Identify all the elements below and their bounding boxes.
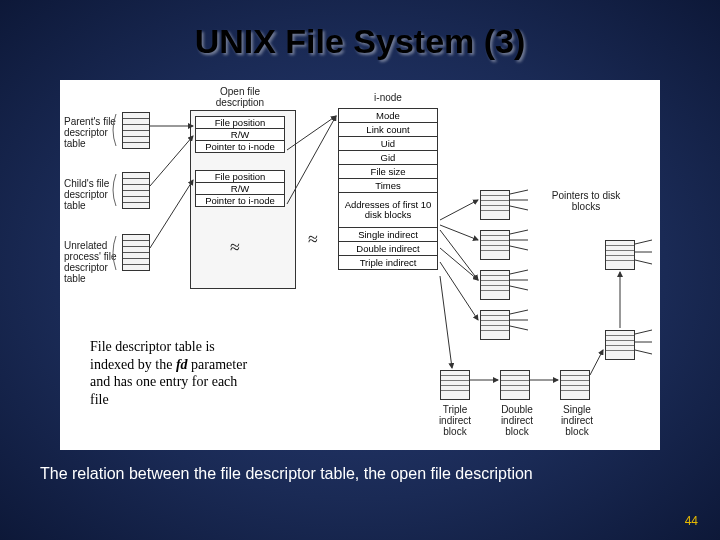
- label-pointers-to-disk: Pointers to disk blocks: [550, 190, 622, 212]
- label-inode-header: i-node: [363, 92, 413, 103]
- svg-line-17: [510, 206, 528, 210]
- label-single-indirect: Single indirect block: [552, 404, 602, 437]
- svg-line-20: [510, 246, 528, 250]
- double-indirect-block: [500, 370, 530, 400]
- inode-triple-indirect: Triple indirect: [338, 255, 438, 270]
- inode-uid: Uid: [338, 136, 438, 151]
- ofd1-ptr-inode: Pointer to i-node: [195, 140, 285, 153]
- inode-double-indirect: Double indirect: [338, 241, 438, 256]
- svg-line-30: [635, 330, 652, 334]
- svg-line-15: [510, 190, 528, 194]
- ofd-entry-1: File position R/W Pointer to i-node: [195, 116, 285, 152]
- svg-line-9: [440, 262, 478, 320]
- inode-times: Times: [338, 178, 438, 193]
- label-double-indirect: Double indirect block: [492, 404, 542, 437]
- ofd2-ptr-inode: Pointer to i-node: [195, 194, 285, 207]
- inode-linkcount: Link count: [338, 122, 438, 137]
- label-child-fd: Child's file descriptor table: [64, 178, 116, 211]
- footer-text: The relation between the file descriptor…: [40, 465, 690, 483]
- svg-line-24: [510, 310, 528, 314]
- svg-line-8: [440, 248, 478, 280]
- page-number: 44: [685, 514, 698, 528]
- diskblock-c: [480, 270, 510, 300]
- svg-line-23: [510, 286, 528, 290]
- svg-line-2: [150, 180, 193, 248]
- svg-line-5: [440, 200, 478, 220]
- approx-ofd: ≈: [230, 238, 240, 258]
- svg-line-18: [510, 230, 528, 234]
- diagram-area: Parent's file descriptor table Child's f…: [60, 80, 660, 450]
- label-unrelated-fd: Unrelated process' file descriptor table: [64, 240, 120, 284]
- chain-block-2: [605, 240, 635, 270]
- svg-line-1: [150, 136, 193, 186]
- svg-line-7: [440, 230, 478, 280]
- inode-mode: Mode: [338, 108, 438, 123]
- inode-filesize: File size: [338, 164, 438, 179]
- label-ofd-header: Open file description: [200, 86, 280, 108]
- parent-fd-table: [122, 112, 150, 149]
- label-parent-fd: Parent's file descriptor table: [64, 116, 116, 149]
- triple-indirect-block: [440, 370, 470, 400]
- label-triple-indirect: Triple indirect block: [430, 404, 480, 437]
- diskblock-a: [480, 190, 510, 220]
- inode-gid: Gid: [338, 150, 438, 165]
- inode-direct-blocks: Addresses of first 10 disk blocks: [338, 192, 438, 228]
- child-fd-table: [122, 172, 150, 209]
- svg-line-21: [510, 270, 528, 274]
- svg-line-32: [635, 350, 652, 354]
- inode-stack: Mode Link count Uid Gid File size Times …: [338, 108, 438, 269]
- unrelated-fd-table: [122, 234, 150, 271]
- svg-line-27: [635, 240, 652, 244]
- diskblock-d: [480, 310, 510, 340]
- chain-block-1: [605, 330, 635, 360]
- ofd-entry-2: File position R/W Pointer to i-node: [195, 170, 285, 206]
- svg-line-29: [635, 260, 652, 264]
- caption-fd: fd: [176, 357, 188, 372]
- slide-title: UNIX File System (3): [0, 0, 720, 61]
- svg-line-6: [440, 225, 478, 240]
- svg-line-26: [510, 326, 528, 330]
- approx-gap: ≈: [308, 230, 318, 250]
- inode-single-indirect: Single indirect: [338, 227, 438, 242]
- svg-line-10: [440, 276, 452, 368]
- single-indirect-block: [560, 370, 590, 400]
- svg-line-13: [590, 350, 603, 375]
- diskblock-b: [480, 230, 510, 260]
- diagram-caption: File descriptor table is indexed by the …: [90, 338, 250, 408]
